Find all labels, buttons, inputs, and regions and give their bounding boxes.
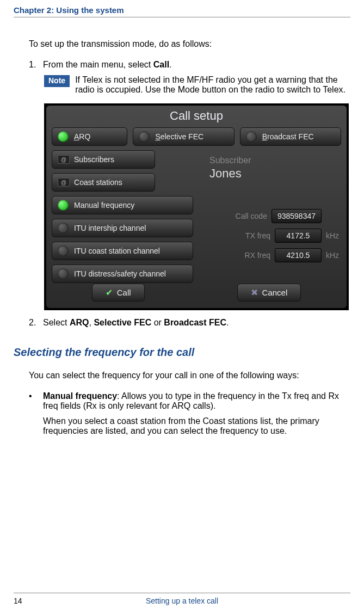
- rx-freq-value[interactable]: 4210.5: [275, 248, 322, 262]
- card-icon: @: [58, 155, 70, 164]
- subscriber-display: Subscriber Jones: [209, 156, 251, 181]
- call-button[interactable]: ✔ Call: [92, 284, 145, 302]
- step1-suffix: .: [169, 60, 171, 69]
- step1-bold: Call: [153, 60, 169, 69]
- tx-freq-row: TX freq 4172.5 kHz: [214, 229, 339, 243]
- indicator-icon: [58, 223, 69, 233]
- note-badge: Note: [44, 75, 70, 87]
- tx-freq-label: TX freq: [245, 231, 270, 240]
- itu-intership-button[interactable]: ITU intership channel: [52, 219, 193, 237]
- bullet-continuation: When you select a coast station from the…: [43, 416, 350, 436]
- cancel-button-label: Cancel: [262, 288, 288, 297]
- manual-frequency-label: Manual frequency: [74, 201, 134, 210]
- card-icon: @: [58, 178, 70, 187]
- coast-stations-label: Coast stations: [74, 178, 122, 187]
- broadcast-fec-button[interactable]: Broadcast FEC: [240, 127, 341, 146]
- check-icon: ✔: [106, 287, 113, 298]
- step2-b2: Selective FEC: [94, 318, 151, 327]
- step2-sep2: or: [151, 318, 164, 327]
- page-number: 14: [14, 596, 22, 605]
- indicator-icon: [58, 200, 69, 211]
- itu-distress-button[interactable]: ITU distress/safety channel: [52, 265, 193, 283]
- chapter-header: Chapter 2: Using the system: [14, 0, 350, 17]
- rx-freq-label: RX freq: [245, 251, 270, 260]
- indicator-icon: [58, 268, 69, 279]
- note-text: If Telex is not selected in the MF/HF ra…: [75, 75, 350, 95]
- subscriber-name: Jones: [209, 167, 251, 181]
- indicator-icon: [58, 245, 69, 256]
- step-2: 2. Select ARQ, Selective FEC or Broadcas…: [29, 318, 350, 328]
- step-number: 1.: [29, 60, 43, 70]
- indicator-icon: [246, 131, 257, 142]
- call-code-label: Call code: [236, 212, 267, 220]
- cancel-icon: ✖: [251, 287, 258, 298]
- step2-b3: Broadcast FEC: [164, 318, 226, 327]
- tx-freq-value[interactable]: 4172.5: [275, 229, 322, 243]
- step2-prefix: Select: [43, 318, 70, 327]
- step-body: From the main menu, select Call.: [43, 60, 350, 70]
- step2-b1: ARQ: [70, 318, 89, 327]
- subscribers-label: Subscribers: [74, 155, 114, 164]
- rx-freq-row: RX freq 4210.5 kHz: [214, 248, 339, 262]
- page-footer: 14 Setting up a telex call: [14, 593, 350, 605]
- section-intro: You can select the frequency for your ca…: [29, 371, 350, 380]
- itu-coast-button[interactable]: ITU coast station channel: [52, 242, 193, 260]
- step2-suffix: .: [226, 318, 229, 327]
- step-body: Select ARQ, Selective FEC or Broadcast F…: [43, 318, 350, 328]
- broadcast-fec-label: Broadcast FEC: [262, 132, 314, 141]
- call-button-label: Call: [117, 288, 131, 297]
- arq-label: ARQ: [74, 132, 90, 141]
- screenshot-title: Call setup: [46, 106, 347, 127]
- call-code-row: Call code 938598347: [214, 209, 339, 223]
- subscriber-label: Subscriber: [209, 156, 251, 165]
- bullet-marker: •: [29, 391, 43, 411]
- footer-title: Setting up a telex call: [146, 596, 218, 605]
- tx-freq-unit: kHz: [326, 231, 339, 240]
- step-1: 1. From the main menu, select Call.: [29, 60, 350, 70]
- selective-fec-button[interactable]: Selective FEC: [133, 127, 234, 146]
- step1-prefix: From the main menu, select: [43, 60, 153, 69]
- note-block: Note If Telex is not selected in the MF/…: [44, 75, 350, 95]
- indicator-icon: [58, 131, 69, 142]
- itu-distress-label: ITU distress/safety channel: [74, 269, 166, 278]
- subscribers-button[interactable]: @ Subscribers: [52, 150, 155, 169]
- section-heading: Selecting the frequency for the call: [14, 346, 350, 359]
- itu-coast-label: ITU coast station channel: [74, 247, 160, 255]
- arq-button[interactable]: ARQ: [52, 127, 127, 146]
- screenshot-container: Call setup ARQ Selective FEC Broadcast F…: [44, 103, 350, 310]
- rx-freq-unit: kHz: [326, 251, 339, 260]
- bullet-bold: Manual frequency: [43, 391, 117, 401]
- intro-text: To set up the transmission mode, do as f…: [29, 39, 350, 49]
- selective-fec-label: Selective FEC: [155, 132, 203, 141]
- step-number: 2.: [29, 318, 43, 328]
- cancel-button[interactable]: ✖ Cancel: [237, 284, 301, 302]
- call-setup-screenshot: Call setup ARQ Selective FEC Broadcast F…: [44, 103, 349, 310]
- coast-stations-button[interactable]: @ Coast stations: [52, 173, 155, 192]
- itu-intership-label: ITU intership channel: [74, 224, 146, 232]
- bullet-body: Manual frequency: Allows you to type in …: [43, 391, 350, 411]
- indicator-icon: [139, 131, 150, 142]
- bullet-item: • Manual frequency: Allows you to type i…: [29, 391, 350, 411]
- manual-frequency-button[interactable]: Manual frequency: [52, 196, 193, 214]
- call-code-value[interactable]: 938598347: [272, 209, 322, 223]
